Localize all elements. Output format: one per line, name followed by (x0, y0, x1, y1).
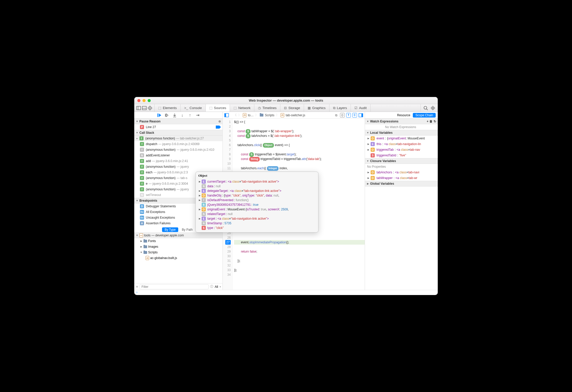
trash-icon[interactable]: 🗑 (430, 120, 433, 123)
line-number[interactable]: 7 (223, 147, 231, 152)
line-number[interactable]: 31 (223, 259, 231, 263)
line-number[interactable]: 6 (223, 143, 231, 147)
dock-side-icon[interactable] (136, 106, 141, 110)
callstack-frame[interactable]: NaddEventListener (134, 153, 222, 158)
scope-variable[interactable]: ▶OtabAnchors: <a class=tab-navi (365, 170, 438, 175)
inspect-icon[interactable] (148, 106, 152, 110)
disclosure-icon[interactable]: ▶ (198, 180, 201, 183)
add-icon[interactable]: + (427, 120, 428, 123)
scope-variable[interactable]: ▶OtabWrapper: <a class=tab-wr (365, 175, 438, 181)
local-vars-header[interactable]: ▼Local Variables (365, 130, 438, 136)
step-out-icon[interactable]: ↑ (188, 113, 192, 118)
global-vars-header[interactable]: ▶Global Variables (365, 181, 438, 186)
crumb[interactable]: to… (248, 113, 254, 117)
line-number[interactable]: 32 (223, 263, 231, 268)
line-number[interactable]: 29 (223, 249, 231, 254)
minimize-button[interactable] (142, 99, 146, 102)
resume-icon[interactable] (157, 113, 162, 118)
line-number[interactable]: 26 (223, 235, 231, 240)
copy-icon[interactable]: ⧉ (334, 113, 338, 118)
watch-header[interactable]: ▼Watch Expressions + 🗑 ↻ (365, 119, 438, 124)
step-next-icon[interactable]: ⇥ (195, 113, 200, 118)
line-number[interactable]: 3 (223, 129, 231, 133)
disclosure-icon[interactable]: ▶ (367, 171, 370, 174)
braces-icon[interactable]: {} (340, 113, 345, 118)
popover-property[interactable]: Ndata: null (196, 184, 318, 189)
crumb[interactable]: Scripts (265, 113, 274, 117)
disclosure-icon[interactable]: ▶ (198, 190, 201, 192)
disclosure-icon[interactable]: ▶ (198, 194, 201, 197)
callstack-frame[interactable]: f(anonymous function) — jquery (134, 164, 222, 170)
callstack-frame[interactable]: f(anonymous function) — jquery-3.6.0.min… (134, 147, 222, 153)
line-number[interactable]: 27 (223, 240, 231, 245)
disclosure-icon[interactable]: ▶ (367, 137, 370, 140)
popover-property[interactable]: ▶fisDefaultPrevented: function() (196, 198, 318, 202)
tree-folder[interactable]: ▶Images (134, 244, 222, 250)
filter-input[interactable] (140, 284, 208, 289)
line-number[interactable]: 2 (223, 124, 231, 129)
panel-toggle-right-icon[interactable] (359, 113, 363, 118)
pause-reason-row[interactable]: P Line 27 (134, 124, 222, 130)
line-number[interactable]: 34 (223, 272, 231, 277)
tab-sources[interactable]: ⬚Sources (206, 104, 230, 112)
line-number[interactable]: 10 (223, 161, 231, 166)
line-number[interactable]: 11 (223, 166, 231, 171)
search-icon[interactable] (423, 106, 428, 110)
settings-gear-icon[interactable] (431, 106, 435, 110)
dock-bottom-icon[interactable] (142, 106, 147, 110)
popover-property[interactable]: Stype: "click" (196, 226, 318, 230)
callstack-frame[interactable]: fdispatch — jquery-3.6.0.min.js:2:43069 (134, 141, 222, 147)
disclosure-icon[interactable]: ▶ (198, 199, 201, 201)
callstack-frame[interactable]: fadd — jquery-3.6.0.min.js:2:41 (134, 158, 222, 164)
tree-file[interactable]: JSac-globalnav.built.js (134, 255, 222, 261)
scope-variable[interactable]: ▶Ethis: <a class=tab-navigation-lin (365, 141, 438, 147)
pause-reason-header[interactable]: ▼Pause Reason ⊕ (134, 119, 222, 124)
tab-graphics[interactable]: ▦Graphics (304, 104, 329, 112)
popover-property[interactable]: ▶EdelegateTarget: <a class="tab-navigati… (196, 189, 318, 193)
popover-property[interactable]: ▶EcurrentTarget: <a class="tab-navigatio… (196, 179, 318, 184)
by-path-button[interactable]: By Path (180, 227, 195, 232)
add-icon[interactable]: + (136, 284, 138, 289)
panel-toggle-left-icon[interactable] (224, 113, 229, 118)
closure-vars-header[interactable]: ▼Closure Variables (365, 158, 438, 164)
add-icon[interactable]: ⊕ (218, 120, 221, 123)
tab-timelines[interactable]: ◷Timelines (254, 104, 280, 112)
tree-folder[interactable]: ▶Fonts (134, 238, 222, 244)
tab-storage[interactable]: ⊟Storage (280, 104, 304, 112)
popover-property[interactable]: ▶OoriginalEvent: MouseEvent {isTrusted: … (196, 207, 318, 212)
line-number[interactable]: 30 (223, 254, 231, 259)
popover-property[interactable]: ▶Etarget: <a class="tab-navigation-link … (196, 216, 318, 221)
line-number[interactable]: 33 (223, 268, 231, 272)
line-number[interactable]: 5 (223, 138, 231, 143)
crumb[interactable]: tab-switcher.js (286, 113, 305, 117)
c-box-icon[interactable]: C (352, 113, 357, 118)
disclosure-icon[interactable]: ▶ (198, 208, 201, 211)
maximize-button[interactable] (148, 99, 151, 102)
resource-tab[interactable]: Resource (397, 113, 410, 117)
popover-property[interactable]: NtimeStamp: 5735 (196, 221, 318, 226)
tab-layers[interactable]: ⧉Layers (329, 104, 351, 112)
disclosure-icon[interactable]: ▶ (367, 143, 370, 145)
filter-all[interactable]: All (215, 285, 218, 289)
disclosure-icon[interactable]: ▶ (198, 217, 201, 220)
disclosure-icon[interactable]: ▶ (367, 177, 370, 179)
nav-forward-icon[interactable]: 〉 (238, 113, 241, 117)
line-number[interactable]: 4 (223, 133, 231, 138)
scope-variable[interactable]: StriggeredTabId: "five" (365, 153, 438, 158)
call-stack-header[interactable]: ▼Call Stack (134, 130, 222, 136)
step-over-icon[interactable] (165, 113, 169, 118)
tab-network[interactable]: ⬚Network (230, 104, 254, 112)
scope-chain-tab[interactable]: Scope Chain (413, 113, 436, 118)
tree-folder[interactable]: ▼Scripts (134, 250, 222, 255)
scope-variable[interactable]: ▶Oevent: {originalEvent: MouseEvent (365, 136, 438, 141)
by-type-button[interactable]: By Type (162, 227, 178, 232)
t-box-icon[interactable]: T (346, 113, 351, 118)
tab-elements[interactable]: ⬚Elements (155, 104, 181, 112)
refresh-icon[interactable]: ↻ (434, 120, 436, 123)
tab-console[interactable]: >_Console (181, 104, 206, 112)
warning-icon[interactable]: ⓘ (210, 284, 213, 289)
line-number[interactable]: 28 (223, 245, 231, 249)
line-number[interactable]: 9 (223, 157, 231, 161)
popover-property[interactable]: BjQuery36008924375739412791: true (196, 202, 318, 207)
chevron-down-icon[interactable]: ▾ (220, 286, 221, 288)
